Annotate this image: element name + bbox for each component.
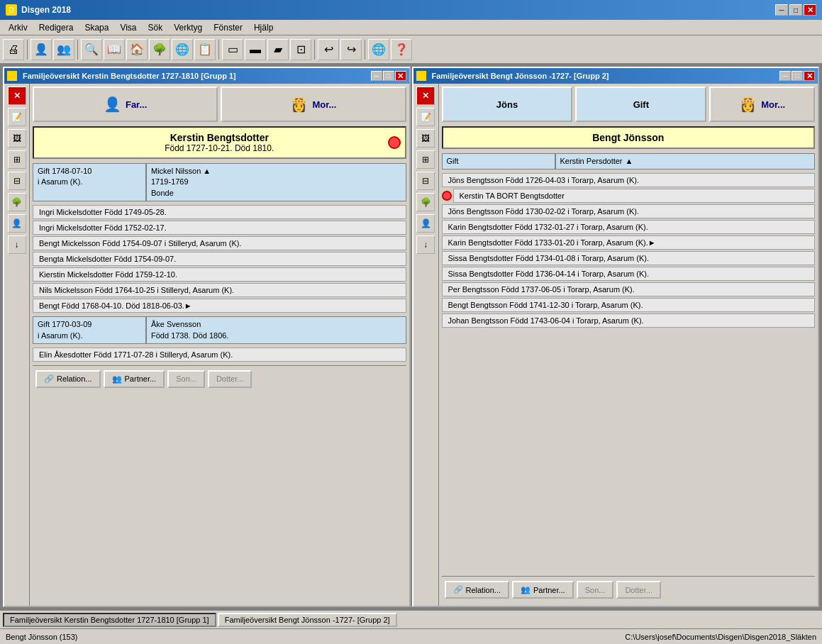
panel1-spouse2-name: Åke Svensson bbox=[151, 319, 228, 330]
panel-kerstin: Familjeöversikt Kerstin Bengtsdotter 172… bbox=[3, 67, 411, 607]
child-item[interactable]: Sissa Bengtsdotter Född 1734-01-08 i Tor… bbox=[442, 251, 816, 265]
panel1-sidebar-photo[interactable]: 🖼 bbox=[8, 129, 26, 148]
menu-verktyg[interactable]: Verktyg bbox=[168, 21, 208, 34]
menu-hjalp[interactable]: Hjälp bbox=[248, 21, 279, 34]
panel1-close[interactable]: ✕ bbox=[395, 71, 406, 81]
tree-icon[interactable]: 🌳 bbox=[149, 39, 170, 60]
person-icon[interactable]: 👤 bbox=[30, 39, 52, 60]
taskbar-item-kerstin[interactable]: Familjeöversikt Kerstin Bengtsdotter 172… bbox=[3, 613, 216, 627]
book-icon[interactable]: 📖 bbox=[104, 39, 125, 60]
menu-redigera[interactable]: Redigera bbox=[33, 21, 79, 34]
toolbar: 🖨 👤 👥 🔍 📖 🏠 🌳 🌐 📋 ▭ ▬ ▰ ⊡ ↩ ↪ 🌐 ❓ bbox=[0, 35, 822, 64]
minimize-button[interactable]: ─ bbox=[775, 4, 788, 16]
panel2-sidebar-grid[interactable]: ⊞ bbox=[416, 150, 435, 169]
panel2-gift-button[interactable]: Gift bbox=[575, 87, 706, 122]
toolbar-sep-2 bbox=[77, 40, 78, 60]
close-button[interactable]: ✕ bbox=[804, 4, 816, 16]
panel1-sidebar-tree[interactable]: 🌳 bbox=[8, 193, 26, 211]
child-item[interactable]: Per Bengtsson Född 1737-06-05 i Torarp, … bbox=[442, 282, 816, 296]
globe-icon[interactable]: 🌐 bbox=[172, 39, 193, 60]
relation-icon: 🔗 bbox=[44, 374, 54, 384]
panel2-sidebar-tree[interactable]: 🌳 bbox=[416, 193, 435, 211]
panel1-person-name: Kerstin Bengtsdotter bbox=[38, 132, 401, 143]
title-bar: D Disgen 2018 ─ □ ✕ bbox=[0, 0, 822, 20]
panel1-partner-button[interactable]: 👥 Partner... bbox=[104, 370, 165, 388]
panel2-spouse-button[interactable]: Kerstin Persdotter ▲ bbox=[555, 153, 816, 170]
child-item[interactable]: Elin Åkesdotter Född 1771-07-28 i Stille… bbox=[33, 348, 406, 362]
toolbar-sep-4 bbox=[314, 40, 315, 60]
child-item[interactable]: Bengt Född 1768-04-10. Död 1818-06-03.► bbox=[33, 299, 406, 313]
window2-icon[interactable]: ▬ bbox=[245, 39, 266, 60]
panel2-sidebar-note[interactable]: 📝 bbox=[416, 108, 435, 126]
redo-icon[interactable]: ↪ bbox=[340, 39, 362, 60]
panel1-dotter-button[interactable]: Dotter... bbox=[208, 370, 252, 388]
panel2-jons-button[interactable]: Jöns bbox=[442, 87, 573, 122]
menu-arkiv[interactable]: Arkiv bbox=[3, 21, 33, 34]
panel2-sidebar-hierarchy[interactable]: ⊟ bbox=[416, 172, 435, 190]
panel1-relation-button[interactable]: 🔗 Relation... bbox=[35, 370, 101, 388]
help-icon[interactable]: ❓ bbox=[391, 39, 412, 60]
panel2-sidebar-photo[interactable]: 🖼 bbox=[416, 129, 435, 148]
panel2-relation-button[interactable]: 🔗 Relation... bbox=[445, 581, 510, 599]
panel2-sidebar-person[interactable]: 👤 bbox=[416, 214, 435, 233]
panel1-children1-list: Ingri Mickelsdotter Född 1749-05-28. Ing… bbox=[33, 205, 406, 314]
window4-icon[interactable]: ⊡ bbox=[290, 39, 311, 60]
panel2-sidebar-down[interactable]: ↓ bbox=[416, 235, 435, 254]
panel1-mother-button[interactable]: 👸 Mor... bbox=[221, 87, 406, 122]
panel1-spouse1-button[interactable]: Mickel Nilsson ▲ 1719-1769 Bonde bbox=[146, 163, 406, 201]
menu-skapa[interactable]: Skapa bbox=[79, 21, 114, 34]
panel2-dotter-button[interactable]: Dotter... bbox=[616, 581, 661, 599]
internet-icon[interactable]: 🌐 bbox=[368, 39, 389, 60]
child-item[interactable]: Karin Bengtsdotter Född 1732-01-27 i Tor… bbox=[442, 220, 816, 234]
panel1-minimize[interactable]: ─ bbox=[371, 71, 382, 81]
print-icon[interactable]: 🖨 bbox=[3, 39, 24, 60]
child-item[interactable]: Ingri Mickelsdotter Född 1749-05-28. bbox=[33, 205, 406, 219]
child-item[interactable]: Bengt Mickelsson Född 1754-09-07 i Still… bbox=[33, 236, 406, 250]
window3-icon[interactable]: ▰ bbox=[267, 39, 289, 60]
panel1-sidebar-grid[interactable]: ⊞ bbox=[8, 150, 26, 169]
home-icon[interactable]: 🏠 bbox=[126, 39, 148, 60]
taskbar-item-bengt[interactable]: Familjeöversikt Bengt Jönsson -1727- [Gr… bbox=[218, 613, 397, 627]
report-icon[interactable]: 📋 bbox=[194, 39, 216, 60]
child-item[interactable]: Johan Bengtsson Född 1743-06-04 i Torarp… bbox=[442, 313, 816, 328]
child-item[interactable]: Bengt Bengtsson Född 1741-12-30 i Torarp… bbox=[442, 298, 816, 312]
child-item[interactable]: Jöns Bengtsson Född 1730-02-02 i Torarp,… bbox=[442, 204, 816, 218]
undo-icon[interactable]: ↩ bbox=[318, 39, 339, 60]
panel2-marriage-row: Gift Kerstin Persdotter ▲ bbox=[442, 153, 816, 170]
child-item[interactable]: Kierstin Mickelsdotter Född 1759-12-10. bbox=[33, 267, 406, 282]
child-item[interactable]: Bengta Mickelsdotter Född 1754-09-07. bbox=[33, 252, 406, 266]
panel1-sidebar-note[interactable]: 📝 bbox=[8, 108, 26, 126]
window1-icon[interactable]: ▭ bbox=[222, 39, 243, 60]
panel1-sidebar-hierarchy[interactable]: ⊟ bbox=[8, 172, 26, 190]
person2-icon[interactable]: 👥 bbox=[53, 39, 74, 60]
panel1-son-button[interactable]: Son... bbox=[167, 370, 205, 388]
panel1-father-button[interactable]: 👤 Far... bbox=[33, 87, 218, 122]
child-item[interactable]: Jöns Bengtsson Född 1726-04-03 i Torarp,… bbox=[442, 173, 816, 187]
panel2-son-button[interactable]: Son... bbox=[577, 581, 614, 599]
panel2-partner-button[interactable]: 👥 Partner... bbox=[512, 581, 574, 599]
panel1-sidebar-close[interactable]: ✕ bbox=[8, 87, 26, 105]
child-item[interactable]: Kerstin TA BORT Bengtsdotter bbox=[453, 189, 816, 203]
panel1-marriage1-date: Gift 1748-07-10 i Asarum (K). bbox=[33, 163, 146, 201]
search-icon[interactable]: 🔍 bbox=[81, 39, 102, 60]
panel2-maximize[interactable]: □ bbox=[792, 71, 803, 81]
panel2-minimize[interactable]: ─ bbox=[779, 71, 791, 81]
panel2-close[interactable]: ✕ bbox=[804, 71, 815, 81]
panel2-sidebar-close[interactable]: ✕ bbox=[416, 87, 435, 105]
panel2-title-text: Familjeöversikt Bengt Jönsson -1727- [Gr… bbox=[432, 72, 777, 80]
panel1-sidebar-person[interactable]: 👤 bbox=[8, 214, 26, 233]
child-item[interactable]: Ingri Mickelsdotter Född 1752-02-17. bbox=[33, 221, 406, 235]
menu-visa[interactable]: Visa bbox=[114, 21, 142, 34]
menu-fonster[interactable]: Fönster bbox=[208, 21, 248, 34]
child-item[interactable]: Karin Bengtsdotter Född 1733-01-20 i Tor… bbox=[442, 235, 816, 250]
panel1-spouse2-button[interactable]: Åke Svensson Född 1738. Död 1806. bbox=[146, 316, 406, 344]
maximize-button[interactable]: □ bbox=[789, 4, 802, 16]
child-item[interactable]: Sissa Bengtsdotter Född 1736-04-14 i Tor… bbox=[442, 267, 816, 281]
taskbar: Familjeöversikt Kerstin Bengtsdotter 172… bbox=[0, 610, 822, 628]
panel1-sidebar-down[interactable]: ↓ bbox=[8, 235, 26, 254]
panel2-parents-row: Jöns Gift 👸 Mor... bbox=[442, 87, 816, 122]
panel1-maximize[interactable]: □ bbox=[383, 71, 394, 81]
child-item[interactable]: Nils Mickelsson Född 1764-10-25 i Stille… bbox=[33, 283, 406, 297]
menu-sok[interactable]: Sök bbox=[143, 21, 169, 34]
panel2-mother-button[interactable]: 👸 Mor... bbox=[709, 87, 815, 122]
